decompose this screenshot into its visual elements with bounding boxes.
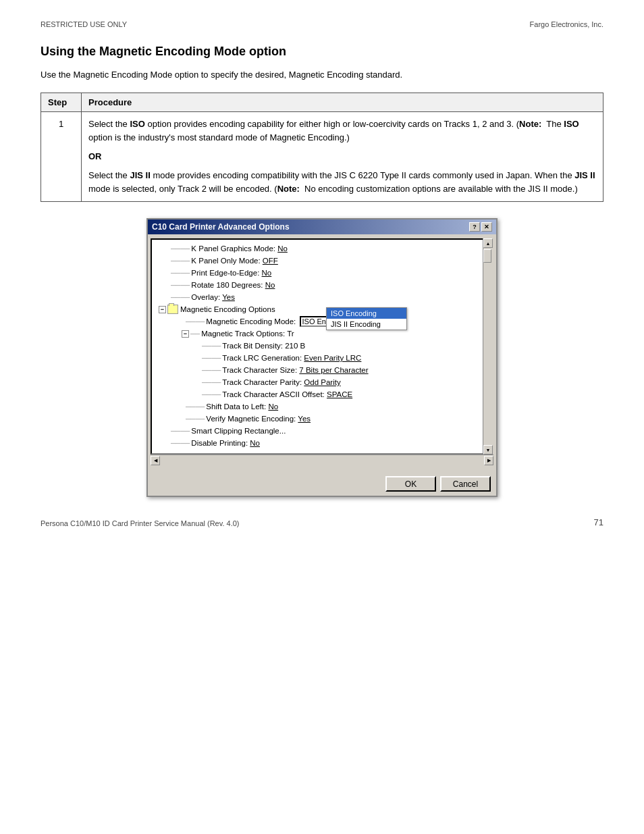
tree-line-icon: ──── [171,269,190,277]
close-button[interactable]: ✕ [481,222,492,232]
tree-item-overlay[interactable]: ──── Overlay: Yes [152,291,492,303]
dialog-title: C10 Card Printer Advanced Options [152,222,290,232]
tree-container: ──── K Panel Graphics Mode: No ──── K Pa… [151,238,493,454]
step-number: 1 [41,111,82,202]
tree-item-label: Magnetic Track Options: Tr [201,330,294,338]
scroll-thumb[interactable] [483,249,491,263]
ok-button[interactable]: OK [385,476,436,492]
footer: Persona C10/M10 ID Card Printer Service … [41,517,603,527]
tree-item-label: Magnetic Encoding Mode: [206,317,298,325]
tree-item-ascii-offset[interactable]: ──── Track Character ASCII Offset: SPACE [152,388,492,400]
page-number: 71 [594,517,603,527]
tree-item-label: Disable Printing: No [191,439,260,447]
tree-item-encoding-mode[interactable]: ──── Magnetic Encoding Mode: ▼ [152,315,492,328]
scroll-down-button[interactable]: ▼ [483,445,493,454]
horiz-scroll-track [160,456,484,465]
tree-item-label: K Panel Graphics Mode: No [191,244,288,253]
tree-line-icon: ──── [202,355,221,362]
tree-item-kpanel-only[interactable]: ──── K Panel Only Mode: OFF [152,255,492,267]
tree-line-icon: ── [190,330,200,338]
tree-line-icon: ──── [171,282,190,289]
tree-item-char-size[interactable]: ──── Track Character Size: 7 Bits per Ch… [152,364,492,376]
tree-item-label: Magnetic Encoding Options [180,305,275,313]
tree-item-magnetic-encoding-root[interactable]: − Magnetic Encoding Options [152,303,492,315]
folder-icon [167,305,178,314]
tree-line-icon: ──── [186,318,205,325]
tree-line-icon: ──── [202,391,221,398]
tree-item-char-parity[interactable]: ──── Track Character Parity: Odd Parity [152,376,492,388]
scroll-left-button[interactable]: ◀ [151,456,160,465]
header-left: RESTRICTED USE ONLY [41,20,127,28]
dialog-titlebar: C10 Card Printer Advanced Options ? ✕ [148,219,496,234]
dialog-wrapper: C10 Card Printer Advanced Options ? ✕ ──… [41,218,603,497]
tree-item-label: Track Character Parity: Odd Parity [222,378,340,386]
tree-item-kpanel-graphics[interactable]: ──── K Panel Graphics Mode: No [152,242,492,255]
dialog: C10 Card Printer Advanced Options ? ✕ ──… [146,218,498,497]
tree-item-label: Overlay: Yes [191,293,235,301]
tree-item-label: Track Bit Density: 210 B [222,342,305,350]
tree-line-icon: ──── [202,367,221,374]
tree-line-icon: ──── [186,415,205,423]
dropdown-option-iso[interactable]: ISO Encoding [327,308,406,319]
scroll-right-button[interactable]: ▶ [484,456,493,465]
tree-area[interactable]: ──── K Panel Graphics Mode: No ──── K Pa… [151,238,493,454]
tree-item-smart-clipping[interactable]: ──── Smart Clipping Rectangle... [152,425,492,437]
dialog-title-buttons: ? ✕ [469,222,492,232]
header-right: Fargo Electronics, Inc. [530,20,603,28]
procedure-table: Step Procedure 1 Select the ISO option p… [41,93,603,203]
tree-item-label: Rotate 180 Degrees: No [191,281,275,289]
table-row: 1 Select the ISO option provides encodin… [41,111,603,202]
horizontal-scrollbar[interactable]: ◀ ▶ [151,454,493,465]
tree-line-icon: ──── [171,257,190,265]
tree-line-icon: ──── [202,379,221,386]
col-procedure: Procedure [82,93,603,111]
page-title: Using the Magnetic Encoding Mode option [41,45,603,59]
tree-item-label: Print Edge-to-Edge: No [191,269,271,277]
tree-item-shift-data[interactable]: ──── Shift Data to Left: No [152,400,492,413]
tree-item-lrc[interactable]: ──── Track LRC Generation: Even Parity L… [152,352,492,364]
tree-line-icon: ──── [171,245,190,253]
tree-item-label: Track Character Size: 7 Bits per Charact… [222,366,368,374]
footer-left: Persona C10/M10 ID Card Printer Service … [41,519,239,527]
col-step: Step [41,93,82,111]
expand-icon[interactable]: − [159,306,166,313]
scroll-up-button[interactable]: ▲ [483,238,493,248]
tree-line-icon: ──── [171,427,190,435]
tree-line-icon: ──── [186,403,205,411]
tree-item-label: Smart Clipping Rectangle... [191,427,286,435]
tree-item-label: Verify Magnetic Encoding: Yes [206,415,311,423]
tree-item-label: Track Character ASCII Offset: SPACE [222,390,352,398]
scroll-track [483,248,493,445]
dialog-footer: OK Cancel [148,472,496,496]
tree-item-label: Track LRC Generation: Even Parity LRC [222,354,361,362]
tree-item-verify[interactable]: ──── Verify Magnetic Encoding: Yes [152,413,492,425]
dropdown-option-jis[interactable]: JIS II Encoding [327,319,406,330]
tree-item-disable-printing[interactable]: ──── Disable Printing: No [152,437,492,449]
tree-item-bit-density[interactable]: ──── Track Bit Density: 210 B [152,340,492,352]
help-button[interactable]: ? [469,222,480,232]
header: RESTRICTED USE ONLY Fargo Electronics, I… [41,20,603,28]
tree-item-label: K Panel Only Mode: OFF [191,257,277,265]
dialog-body: ──── K Panel Graphics Mode: No ──── K Pa… [148,234,496,472]
tree-item-rotate[interactable]: ──── Rotate 180 Degrees: No [152,279,492,291]
tree-item-edge-to-edge[interactable]: ──── Print Edge-to-Edge: No [152,267,492,279]
tree-item-label: Shift Data to Left: No [206,402,278,411]
tree-line-icon: ──── [171,294,190,301]
expand-icon[interactable]: − [182,330,189,338]
intro-text: Use the Magnetic Encoding Mode option to… [41,68,603,82]
tree-line-icon: ──── [202,342,221,350]
tree-line-icon: ──── [171,440,190,447]
cancel-button[interactable]: Cancel [440,476,491,492]
step-content: Select the ISO option provides encoding … [82,111,603,202]
encoding-mode-dropdown-popup[interactable]: ISO Encoding JIS II Encoding [326,307,407,330]
tree-item-track-options[interactable]: − ── Magnetic Track Options: Tr [152,328,492,340]
vertical-scrollbar[interactable]: ▲ ▼ [483,238,493,454]
